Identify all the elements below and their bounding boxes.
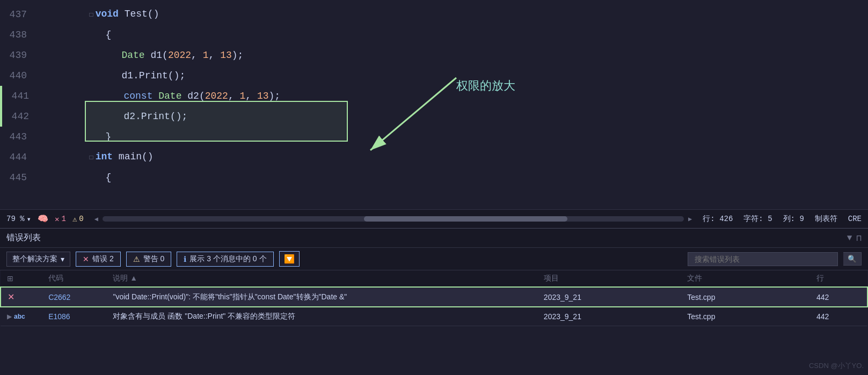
line-content-445: { [38, 147, 868, 208]
col-pin-header: ⊞ [1, 270, 42, 287]
warning-filter-icon: ⚠ [133, 255, 140, 263]
error-search-input[interactable] [688, 252, 838, 266]
line-number-438: 438 [0, 25, 38, 45]
error-table-body: ✕ C2662 "void Date::Print(void)": 不能将"th… [1, 287, 867, 326]
line-number-440: 440 [0, 65, 38, 86]
error-x-icon: ✕ [55, 215, 59, 224]
line-number-437: 437 [0, 4, 38, 25]
error-row-1-line: 442 [810, 307, 867, 326]
col-label: 列: 9 [783, 214, 804, 224]
error-panel: 错误列表 ▼ ⊓ 整个解决方案 ▾ ✕ 错误 2 ⚠ 警告 0 ℹ 展示 3 个… [0, 229, 868, 375]
warning-count-indicator[interactable]: ⚠ 0 [72, 215, 84, 224]
error-filter-button[interactable]: ✕ 错误 2 [76, 252, 121, 267]
col-file-header[interactable]: 文件 [681, 270, 810, 287]
char-label: 字符: 5 [743, 214, 772, 224]
error-table-header-row: ⊞ 代码 说明 ▲ 项目 文件 行 [1, 270, 867, 287]
tab-label: 制表符 [815, 214, 837, 224]
error-count-indicator[interactable]: ✕ 1 [55, 215, 66, 224]
col-code-header[interactable]: 代码 [42, 270, 106, 287]
error-row-1-project: 2023_9_21 [537, 307, 681, 326]
code-line-445: 445 { [0, 167, 868, 188]
error-panel-header: 错误列表 ▼ ⊓ [0, 229, 868, 248]
error-count-value: 1 [61, 215, 65, 223]
error-row-0-file: Test.cpp [681, 287, 810, 307]
zoom-dropdown-icon[interactable]: ▾ [27, 215, 31, 224]
error-row-1-file: Test.cpp [681, 307, 810, 326]
horizontal-scrollbar[interactable]: ◀ ▶ [90, 215, 697, 223]
scope-dropdown[interactable]: 整个解决方案 ▾ [6, 252, 70, 267]
zoom-control[interactable]: 79 % ▾ [6, 215, 31, 224]
code-editor: 437 □void Test() 438 { 439 Date d1(2022,… [0, 0, 868, 209]
error-row-0-desc: "void Date::Print(void)": 不能将"this"指针从"c… [106, 287, 537, 307]
error-toolbar: 整个解决方案 ▾ ✕ 错误 2 ⚠ 警告 0 ℹ 展示 3 个消息中的 0 个 … [0, 248, 868, 270]
scope-chevron-icon: ▾ [61, 255, 64, 263]
line-number-441: 441 [2, 86, 40, 106]
error-search-button[interactable]: 🔍 [843, 252, 862, 266]
panel-header-right: ▼ ⊓ [847, 233, 862, 244]
error-x-filter-icon: ✕ [83, 255, 89, 263]
scroll-left-button[interactable]: ◀ [90, 215, 103, 223]
error-filter-label: 错误 2 [92, 254, 114, 264]
info-filter-label: 展示 3 个消息中的 0 个 [189, 254, 266, 264]
annotation-text: 权限的放大 [456, 78, 515, 94]
status-right-info: 行: 426 字符: 5 列: 9 制表符 CRE [703, 214, 862, 224]
error-table: ⊞ 代码 说明 ▲ 项目 文件 行 ✕ C2662 "void [0, 270, 868, 326]
col-project-header[interactable]: 项目 [537, 270, 681, 287]
info-filter-icon: ℹ [184, 255, 186, 263]
error-icon-0: ✕ [8, 292, 14, 302]
error-row-1-icon: ▶ abc [1, 307, 42, 326]
line-number-445: 445 [0, 167, 38, 188]
col-desc-header[interactable]: 说明 ▲ [106, 270, 537, 287]
panel-collapse-icon[interactable]: ▼ [847, 233, 852, 243]
error-row-0-code: C2662 [42, 287, 106, 307]
cre-label: CRE [848, 215, 862, 223]
code-lines: 437 □void Test() 438 { 439 Date d1(2022,… [0, 0, 868, 192]
scroll-right-button[interactable]: ▶ [684, 215, 696, 223]
scope-label: 整个解决方案 [12, 254, 57, 264]
search-icon: 🔍 [848, 255, 857, 263]
expand-icon-1[interactable]: ▶ [7, 313, 12, 320]
error-row-0-project: 2023_9_21 [537, 287, 681, 307]
error-row-0-icon: ✕ [1, 287, 42, 307]
scrollbar-thumb[interactable] [364, 216, 567, 222]
error-row-0[interactable]: ✕ C2662 "void Date::Print(void)": 不能将"th… [1, 287, 867, 307]
line-number-439: 439 [0, 45, 38, 65]
abc-icon-1: abc [14, 313, 25, 320]
error-panel-title: 错误列表 [6, 232, 41, 244]
scrollbar-track[interactable] [103, 216, 684, 222]
warning-filter-label: 警告 0 [143, 254, 165, 264]
error-code-e1086: E1086 [48, 312, 70, 321]
brain-icon: 🧠 [38, 214, 48, 224]
error-row-0-line: 442 [810, 287, 867, 307]
line-number-442: 442 [2, 106, 40, 127]
info-filter-button[interactable]: ℹ 展示 3 个消息中的 0 个 [177, 252, 273, 267]
warning-count-value: 0 [79, 215, 83, 223]
advanced-filter-button[interactable]: 🔽 [279, 251, 300, 267]
error-row-1-desc: 对象含有与成员 函数 "Date::Print" 不兼容的类型限定符 [106, 307, 537, 326]
error-row-1-code: E1086 [42, 307, 106, 326]
watermark: CSDN @小丫YO. [809, 361, 864, 371]
line-number-444: 444 [0, 147, 38, 167]
line-label: 行: 426 [703, 214, 733, 224]
warning-filter-button[interactable]: ⚠ 警告 0 [126, 252, 172, 267]
col-line-header[interactable]: 行 [810, 270, 867, 287]
line-number-443: 443 [0, 127, 38, 147]
filter-funnel-icon: 🔽 [284, 254, 295, 263]
error-table-container: ⊞ 代码 说明 ▲ 项目 文件 行 ✕ C2662 "void [0, 270, 868, 375]
panel-pin-icon[interactable]: ⊓ [856, 233, 862, 244]
warning-triangle-icon: ⚠ [72, 215, 77, 224]
status-bar: 79 % ▾ 🧠 ✕ 1 ⚠ 0 ◀ ▶ 行: 426 字符: 5 列: 9 制… [0, 209, 868, 229]
zoom-value: 79 % [6, 215, 25, 223]
error-table-header: ⊞ 代码 说明 ▲ 项目 文件 行 [1, 270, 867, 287]
error-code-c2662: C2662 [48, 293, 70, 302]
error-row-1[interactable]: ▶ abc E1086 对象含有与成员 函数 "Date::Print" 不兼容… [1, 307, 867, 326]
